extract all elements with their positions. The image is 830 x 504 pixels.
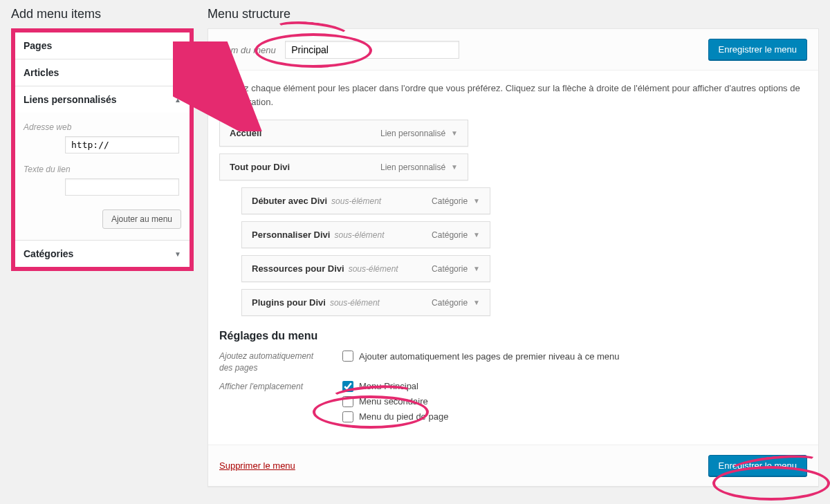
location-checkbox[interactable] xyxy=(342,411,353,422)
menu-item[interactable]: Débuter avec Divisous-élémentCatégorie▼ xyxy=(241,187,490,214)
chevron-down-icon: ▼ xyxy=(174,69,181,77)
chevron-down-icon[interactable]: ▼ xyxy=(473,197,480,205)
chevron-down-icon: ▼ xyxy=(174,250,181,258)
url-input[interactable] xyxy=(65,136,179,153)
add-items-title: Add menu items xyxy=(11,7,194,21)
menu-items-list: AccueilLien personnalisé▼Tout pour DiviL… xyxy=(219,120,807,316)
chevron-down-icon[interactable]: ▼ xyxy=(473,265,480,272)
chevron-down-icon[interactable]: ▼ xyxy=(473,231,480,239)
sub-item-tag: sous-élément xyxy=(349,264,398,274)
menu-panel: Nom du menu Enregistrer le menu Glissez … xyxy=(208,28,819,487)
location-label-text: Menu Principal xyxy=(359,381,418,391)
accordion-custom-links[interactable]: Liens personnalisés ▲ xyxy=(15,86,190,113)
menu-item-type: Catégorie xyxy=(432,230,468,240)
accordion-pages[interactable]: Pages ▼ xyxy=(15,32,190,59)
auto-add-text: Ajouter automatiquement les pages de pre… xyxy=(359,351,620,362)
instructions-text: Glissez chaque élément pour les placer d… xyxy=(219,82,807,109)
save-menu-button-bottom[interactable]: Enregistrer le menu xyxy=(708,455,807,476)
auto-add-checkbox-row[interactable]: Ajouter automatiquement les pages de pre… xyxy=(342,351,620,362)
menu-item-type: Lien personnalisé xyxy=(380,129,445,138)
menu-item-title: Ressources pour Divi xyxy=(252,263,344,274)
accordion-label: Liens personnalisés xyxy=(24,94,117,105)
menu-item-type: Lien personnalisé xyxy=(380,162,445,172)
menu-item-type: Catégorie xyxy=(432,298,468,308)
auto-add-label: Ajoutez automatiquement des pages xyxy=(219,351,329,374)
menu-name-label: Nom du menu xyxy=(219,45,276,55)
location-label: Afficher l'emplacement xyxy=(219,381,329,427)
menu-item-title: Tout pour Divi xyxy=(230,162,290,172)
menu-item-title: Personnaliser Divi xyxy=(252,230,330,240)
menu-item-title: Plugins pour Divi xyxy=(252,297,326,308)
location-checkbox-row[interactable]: Menu secondaire xyxy=(342,396,448,407)
menu-item[interactable]: AccueilLien personnalisé▼ xyxy=(219,120,468,147)
url-label: Adresse web xyxy=(24,122,181,132)
link-text-label: Texte du lien xyxy=(24,165,181,174)
accordion-articles[interactable]: Articles ▼ xyxy=(15,59,190,86)
location-checkbox[interactable] xyxy=(342,381,353,392)
menu-name-input[interactable] xyxy=(285,41,459,59)
chevron-down-icon[interactable]: ▼ xyxy=(451,163,458,171)
menu-item[interactable]: Tout pour DiviLien personnalisé▼ xyxy=(219,153,468,180)
menu-item-title: Débuter avec Divi xyxy=(252,196,327,206)
menu-structure-title: Menu structure xyxy=(208,7,819,21)
location-checkbox-row[interactable]: Menu du pied de page xyxy=(342,411,448,422)
save-menu-button-top[interactable]: Enregistrer le menu xyxy=(708,39,807,60)
menu-item[interactable]: Ressources pour Divisous-élémentCatégori… xyxy=(241,255,490,282)
location-checkbox-row[interactable]: Menu Principal xyxy=(342,381,448,392)
location-label-text: Menu du pied de page xyxy=(359,411,448,422)
menu-item-title: Accueil xyxy=(230,128,261,138)
auto-add-checkbox[interactable] xyxy=(342,351,353,362)
menu-item[interactable]: Plugins pour Divisous-élémentCatégorie▼ xyxy=(241,289,490,316)
location-label-text: Menu secondaire xyxy=(359,396,428,407)
accordion-label: Catégories xyxy=(24,248,73,259)
settings-heading: Réglages du menu xyxy=(219,330,807,342)
sub-item-tag: sous-élément xyxy=(331,196,381,206)
chevron-down-icon[interactable]: ▼ xyxy=(473,299,480,306)
accordion-categories[interactable]: Catégories ▼ xyxy=(15,241,190,267)
accordion-label: Articles xyxy=(24,67,59,78)
sub-item-tag: sous-élément xyxy=(334,230,384,240)
chevron-down-icon: ▼ xyxy=(174,42,181,50)
add-items-panel: Pages ▼ Articles ▼ Liens personnalisés ▲… xyxy=(11,28,194,271)
location-checkbox[interactable] xyxy=(342,396,353,407)
sub-item-tag: sous-élément xyxy=(330,298,380,308)
add-to-menu-button[interactable]: Ajouter au menu xyxy=(102,209,181,229)
menu-item-type: Catégorie xyxy=(432,196,468,206)
menu-item-type: Catégorie xyxy=(432,264,468,274)
chevron-down-icon[interactable]: ▼ xyxy=(451,129,458,137)
menu-item[interactable]: Personnaliser Divisous-élémentCatégorie▼ xyxy=(241,221,490,248)
delete-menu-link[interactable]: Supprimer le menu xyxy=(219,460,295,471)
link-text-input[interactable] xyxy=(65,178,179,196)
accordion-label: Pages xyxy=(24,40,52,51)
chevron-up-icon: ▲ xyxy=(174,96,181,104)
